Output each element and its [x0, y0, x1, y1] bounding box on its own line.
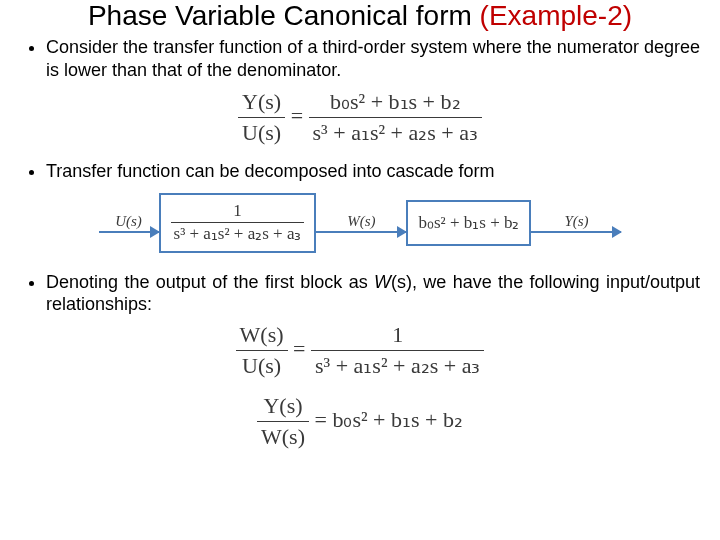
title-suffix: (Example-2)	[480, 0, 632, 31]
arrow-u: U(s)	[99, 213, 159, 233]
cascade-diagram: U(s) 1 s³ + a₁s² + a₂s + a₃ W(s) b₀s² + …	[20, 193, 700, 253]
bullet-list-3: Denoting the output of the first block a…	[28, 271, 700, 316]
equation-1: Y(s) U(s) = b₀s² + b₁s + b₂ s³ + a₁s² + …	[20, 89, 700, 146]
equation-2: W(s) U(s) = 1 s³ + a₁s² + a₂s + a₃	[236, 322, 485, 379]
bullet-2: Transfer function can be decomposed into…	[46, 160, 700, 183]
block-1: 1 s³ + a₁s² + a₂s + a₃	[159, 193, 317, 253]
slide-title: Phase Variable Canonical form (Example-2…	[20, 0, 700, 32]
block-2: b₀s² + b₁s + b₂	[406, 200, 531, 246]
bullet-1: Consider the transfer function of a thir…	[46, 36, 700, 81]
equation-3: Y(s) W(s) = b₀s² + b₁s + b₂	[257, 393, 463, 450]
eq1-rhs-frac: b₀s² + b₁s + b₂ s³ + a₁s² + a₂s + a₃	[309, 89, 482, 146]
bullet-list: Consider the transfer function of a thir…	[28, 36, 700, 81]
equation-stack: W(s) U(s) = 1 s³ + a₁s² + a₂s + a₃ Y(s) …	[20, 322, 700, 450]
slide: Phase Variable Canonical form (Example-2…	[0, 0, 720, 450]
arrow-w: W(s)	[316, 213, 406, 233]
title-prefix: Phase Variable Canonical form	[88, 0, 480, 31]
eq1-lhs-frac: Y(s) U(s)	[238, 89, 285, 146]
arrow-y: Y(s)	[531, 213, 621, 233]
bullet-3: Denoting the output of the first block a…	[46, 271, 700, 316]
bullet-list-2: Transfer function can be decomposed into…	[28, 160, 700, 183]
eq1-equals: =	[291, 103, 309, 128]
